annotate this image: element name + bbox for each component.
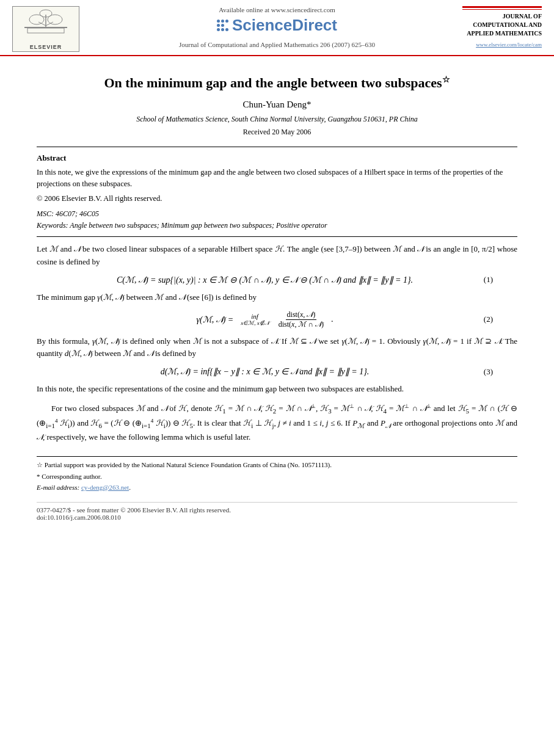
sd-dot [221,28,224,31]
elsevier-logo-area: ELSEVIER [12,6,92,52]
sciencedirect-text: ScienceDirect [232,16,337,35]
title-star: ☆ [442,75,450,84]
email-label: E-mail address: [37,484,81,491]
eq2-numerator: dist(x, 𝒩) [286,310,317,320]
body-para-4: In this note, the specific representatio… [37,383,517,396]
sd-dot-row-2 [217,24,228,27]
math-H: ℋ [275,244,283,253]
footnote-email: E-mail address: cy-deng@263.net. [37,483,517,492]
abstract-body: In this note, we give the expressions of… [37,168,503,188]
sd-dots [217,20,228,31]
sd-dot [225,20,228,23]
math-M2: ℳ [393,244,401,253]
elsevier-text-label: ELSEVIER [30,44,62,50]
author-name: Chun-Yuan Deng* [37,100,517,110]
header-right: JOURNAL OFCOMPUTATIONAL ANDAPPLIED MATHE… [462,6,542,48]
author-name-text: Chun-Yuan Deng* [242,100,311,109]
available-online-text: Available online at www.sciencedirect.co… [219,6,335,13]
eq2-denominator: dist(x, ℳ ∩ 𝒩) [277,320,325,329]
abstract-label: Abstract [37,153,517,163]
paper-title-text: On the minimum gap and the angle between… [104,75,442,90]
sciencedirect-logo: ScienceDirect [217,16,337,35]
sd-dot-row-3 [217,28,228,31]
sd-dot-row-1 [217,20,228,23]
math-N2: 𝒩 [417,244,423,253]
eq2-dot: . [331,314,333,324]
body-para-1: Let ℳ and 𝒩 be two closed linear subspac… [37,243,517,269]
footnote-star: ☆ Partial support was provided by the Na… [37,460,517,470]
equation-3-container: d(ℳ, 𝒩) = inf{‖x − y‖ : x ∈ ℳ, y ∈ 𝒩 and… [61,366,493,377]
body-para-3: By this formula, γ(ℳ, 𝒩) is defined only… [37,335,517,361]
received-date: Received 20 May 2006 [37,128,517,137]
math-M: ℳ [49,244,58,253]
body-para-2: The minimum gap γ(ℳ, 𝒩) between ℳ and 𝒩 … [37,291,517,304]
eq2-lhs: γ(ℳ, 𝒩) = [196,314,233,325]
eq2-inf-part: inf x∈ℳ, x∉𝒩 [241,313,269,327]
eq3-text: d(ℳ, 𝒩) = inf{‖x − y‖ : x ∈ ℳ, y ∈ 𝒩 and… [161,366,370,377]
equation-1: C(ℳ, 𝒩) = sup{|(x, y)| : x ∈ ℳ ⊖ (ℳ ∩ 𝒩)… [61,275,468,285]
abstract-text: In this note, we give the expressions of… [37,167,517,190]
abstract-section: Abstract In this note, we give the expre… [37,153,517,230]
equation-1-container: C(ℳ, 𝒩) = sup{|(x, y)| : x ∈ ℳ ⊖ (ℳ ∩ 𝒩)… [61,275,493,285]
footer-area: 0377-0427/$ - see front matter © 2006 El… [37,502,517,521]
sd-dot [217,24,220,27]
email-link[interactable]: cy-deng@263.net [81,484,129,491]
equation-3: d(ℳ, 𝒩) = inf{‖x − y‖ : x ∈ ℳ, y ∈ 𝒩 and… [61,366,468,377]
sd-dot [217,20,220,23]
sd-dot [221,20,224,23]
red-line-thick [462,6,542,8]
elsevier-logo: ELSEVIER [12,6,79,52]
abstract-copyright: © 2006 Elsevier B.V. All rights reserved… [37,193,517,205]
paper-title: On the minimum gap and the angle between… [37,75,517,92]
sd-dot [217,28,220,31]
header-center: Available online at www.sciencedirect.co… [92,6,462,48]
equation-2: γ(ℳ, 𝒩) = inf x∈ℳ, x∉𝒩 dist(x, 𝒩) dist(x… [61,310,468,329]
eq3-number: (3) [468,367,493,377]
svg-rect-7 [27,28,64,33]
author-affiliation: School of Mathematics Science, South Chi… [37,115,517,124]
sd-dot [221,24,224,27]
divider-1 [37,147,517,147]
elsevier-logo-svg [21,9,70,42]
footnote-area: ☆ Partial support was provided by the Na… [37,456,517,492]
red-line-thin [462,9,542,10]
eq2-fraction: dist(x, 𝒩) dist(x, ℳ ∩ 𝒩) [277,310,325,329]
journal-name-header: Journal of Computational and Applied Mat… [179,41,375,48]
elsevier-website-link[interactable]: www.elsevier.com/locate/cam [462,42,542,48]
keywords: Keywords: Angle between two subspaces; M… [37,221,517,230]
msc-codes: MSC: 46C07; 46C05 [37,209,517,219]
main-content: On the minimum gap and the angle between… [0,56,554,533]
footnote-asterisk: * Corresponding author. [37,472,517,481]
footer-doi: doi:10.1016/j.cam.2006.08.010 [37,514,517,521]
sd-dot [225,28,228,31]
and-conjunction: and [434,404,445,413]
footer-issn: 0377-0427/$ - see front matter © 2006 El… [37,506,517,514]
equation-2-container: γ(ℳ, 𝒩) = inf x∈ℳ, x∉𝒩 dist(x, 𝒩) dist(x… [61,310,493,329]
math-N: 𝒩 [74,244,80,253]
body-para-5: For two closed subspaces ℳ and 𝒩 of ℋ, d… [37,402,517,444]
page-header: ELSEVIER Available online at www.science… [0,0,554,56]
red-decorative-lines [462,6,542,10]
eq2-inf-subscript: x∈ℳ, x∉𝒩 [241,320,269,327]
eq1-number: (1) [468,275,493,285]
divider-2 [37,236,517,237]
eq1-text: C(ℳ, 𝒩) = sup{|(x, y)| : x ∈ ℳ ⊖ (ℳ ∩ 𝒩)… [117,275,413,285]
eq2-inf-label: inf [251,313,258,320]
eq2-number: (2) [468,314,493,324]
journal-title-right: JOURNAL OFCOMPUTATIONAL ANDAPPLIED MATHE… [462,12,542,38]
